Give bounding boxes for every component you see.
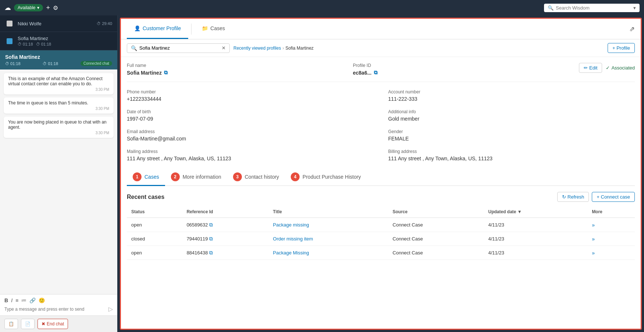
send-icon[interactable]: ▷ xyxy=(108,306,113,313)
edit-button[interactable]: ✏ Edit xyxy=(579,63,602,73)
ref-copy-1: 06589632 ⧉ xyxy=(187,222,264,228)
profile-search-box[interactable]: 🔍 ✕ xyxy=(127,43,230,53)
end-chat-button[interactable]: ✖ End chat xyxy=(37,319,68,329)
copy-ref-2-icon[interactable]: ⧉ xyxy=(209,236,213,242)
chat-icon-blue xyxy=(7,38,12,44)
more-chevron-1[interactable]: » xyxy=(592,222,595,228)
message-time-1: 3:30 PM xyxy=(8,88,109,92)
case-date-3: 4/11/23 xyxy=(484,246,587,260)
top-bar: ☁ Available ▾ + ⚙ 🔍 ▾ xyxy=(0,0,644,15)
dob-field: Date of birth 1997-07-09 xyxy=(127,109,373,122)
chat-input-row: ▷ xyxy=(4,306,113,313)
tab-customer-profile-label: Customer Profile xyxy=(143,25,181,31)
case-title-2: Order missing item xyxy=(269,232,389,246)
availability-badge[interactable]: Available ▾ xyxy=(14,4,43,11)
amazon-connect-logo: ☁ xyxy=(4,4,11,12)
section-tab-cases[interactable]: 1 Cases xyxy=(127,169,165,186)
profile-id-section: Profile ID ec8a6... ⧉ xyxy=(353,63,579,76)
timer-display: ⏱ 29:40 xyxy=(97,21,112,26)
col-source: Source xyxy=(388,206,484,218)
more-chevron-3[interactable]: » xyxy=(592,250,595,256)
search-wisdom-box[interactable]: 🔍 ▾ xyxy=(544,4,640,12)
right-panel: 👤 Customer Profile 📁 Cases ⇗ 🔍 ✕ Recentl… xyxy=(120,18,642,330)
case-link-3[interactable]: Package Missing xyxy=(273,250,309,256)
section-tab-contact-history[interactable]: 3 Contact history xyxy=(227,169,285,186)
profile-tab-icon: 👤 xyxy=(134,25,140,31)
case-more-3[interactable]: » xyxy=(587,246,635,260)
additional-info-field: Additional info Gold member xyxy=(388,109,635,122)
copy-name-icon[interactable]: ⧉ xyxy=(164,69,168,76)
dob-label: Date of birth xyxy=(127,109,373,114)
profile-search-input[interactable] xyxy=(139,45,219,51)
case-ref-1: 06589632 ⧉ xyxy=(182,218,269,232)
case-link-1[interactable]: Package missing xyxy=(273,222,309,228)
add-profile-button[interactable]: + Profile xyxy=(608,43,635,53)
notes-button[interactable]: 📋 xyxy=(4,319,18,329)
italic-icon[interactable]: I xyxy=(11,297,12,303)
contact-meta-nikki: Nikki Wolfe xyxy=(18,21,93,26)
case-more-2[interactable]: » xyxy=(587,232,635,246)
search-icon: 🔍 xyxy=(131,45,137,51)
connect-case-button[interactable]: + Connect case xyxy=(592,192,635,202)
unordered-list-icon[interactable]: ≔ xyxy=(21,297,26,303)
copy-id-icon[interactable]: ⧉ xyxy=(374,69,378,76)
contact-item-nikki[interactable]: Nikki Wolfe ⏱ 29:40 xyxy=(0,15,117,32)
active-time-2: ⏱ 01:18 xyxy=(43,61,58,66)
message-time-2: 3:30 PM xyxy=(8,107,109,111)
refresh-button[interactable]: ↻ Refresh xyxy=(557,192,589,202)
share-icon[interactable]: ⇗ xyxy=(629,25,635,33)
contact-icon-nikki xyxy=(5,19,14,28)
contact-history-badge: 3 xyxy=(233,172,242,181)
ref-copy-3: 88416438 ⧉ xyxy=(187,250,264,256)
breadcrumb-parent[interactable]: Recently viewed profiles xyxy=(233,46,281,51)
chat-bubble-3: You are now being placed in queue to cha… xyxy=(4,117,114,138)
contact-item-sofia[interactable]: Sofia Martinez ⏱ 01:18 ⏱ 01:18 xyxy=(0,32,117,50)
chat-icon xyxy=(7,21,12,26)
ordered-list-icon[interactable]: ≡ xyxy=(15,297,18,303)
section-tab-purchase-history[interactable]: 4 Product Purchase History xyxy=(285,169,367,186)
case-more-1[interactable]: » xyxy=(587,218,635,232)
mailing-value: 111 Any street , Any Town, Alaska, US, 1… xyxy=(127,156,373,161)
case-link-2[interactable]: Order missing item xyxy=(273,236,313,242)
more-chevron-2[interactable]: » xyxy=(592,236,595,242)
purchase-history-badge: 4 xyxy=(291,172,300,181)
connect-case-label: + Connect case xyxy=(597,194,630,200)
col-ref-id: Reference Id xyxy=(182,206,269,218)
main-container: Nikki Wolfe ⏱ 29:40 Sofia Martinez ⏱ 01:… xyxy=(0,15,644,332)
case-ref-3: 88416438 ⧉ xyxy=(182,246,269,260)
billing-label: Billing address xyxy=(388,149,635,154)
contact-icon-sofia xyxy=(5,37,14,46)
copy-ref-3-icon[interactable]: ⧉ xyxy=(209,250,213,256)
search-wisdom-input[interactable] xyxy=(556,5,631,11)
chat-messages: This is an example of what the Amazon Co… xyxy=(0,69,117,294)
chat-input[interactable] xyxy=(4,307,105,312)
add-icon[interactable]: + xyxy=(46,4,50,12)
tab-cases[interactable]: 📁 Cases xyxy=(194,19,232,39)
profile-content: Full name Sofia Martinez ⧉ Profile ID ec… xyxy=(121,57,641,329)
gender-value: FEMALE xyxy=(388,136,635,142)
cases-table-header: Status Reference Id Title Source Updated… xyxy=(127,206,635,218)
message-text-2: The time in queue is less than 5 minutes… xyxy=(8,100,109,106)
bold-icon[interactable]: B xyxy=(4,297,8,303)
col-more: More xyxy=(587,206,635,218)
profile-header: 🔍 ✕ Recently viewed profiles › Sofia Mar… xyxy=(121,39,641,57)
col-title: Title xyxy=(269,206,389,218)
clear-search-icon[interactable]: ✕ xyxy=(222,45,226,51)
link-icon[interactable]: 🔗 xyxy=(29,297,36,303)
copy-ref-1-icon[interactable]: ⧉ xyxy=(209,222,213,228)
case-status-1: open xyxy=(127,218,182,232)
settings-icon[interactable]: ⚙ xyxy=(53,4,58,11)
tab-customer-profile[interactable]: 👤 Customer Profile xyxy=(127,19,188,39)
breadcrumb-current: Sofia Martinez xyxy=(285,46,314,51)
emoji-icon[interactable]: 🙂 xyxy=(39,297,45,303)
section-tab-more-info[interactable]: 2 More information xyxy=(165,169,227,186)
col-updated-date[interactable]: Updated date ▼ xyxy=(484,206,587,218)
notes-icon: 📋 xyxy=(8,321,14,326)
full-name-value: Sofia Martinez ⧉ xyxy=(127,69,353,76)
case-status-2: closed xyxy=(127,232,182,246)
cases-actions: ↻ Refresh + Connect case xyxy=(557,192,635,202)
edit-icon: ✏ xyxy=(584,65,588,71)
end-chat-label: End chat xyxy=(47,321,64,326)
contacts-button[interactable]: 📄 xyxy=(21,319,35,329)
active-chat-name: Sofia Martinez xyxy=(5,54,112,60)
